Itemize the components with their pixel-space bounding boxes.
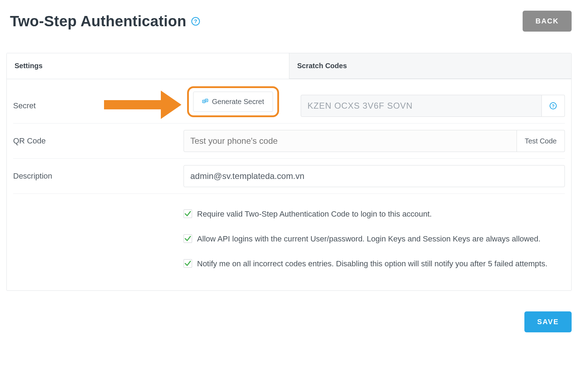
- check-icon: [184, 235, 192, 243]
- row-secret: Secret: [13, 88, 565, 124]
- label-secret: Secret: [13, 101, 184, 110]
- option-require-2fa-label: Require valid Two-Step Authentication Co…: [197, 208, 432, 220]
- checkbox-require-2fa[interactable]: [184, 209, 192, 218]
- option-allow-api: Allow API logins with the current User/p…: [184, 233, 540, 245]
- row-qr-code: QR Code Test Code: [13, 124, 565, 159]
- question-icon: ?: [550, 102, 557, 109]
- row-description: Description: [13, 159, 565, 194]
- label-qr-code: QR Code: [13, 136, 184, 146]
- secret-input[interactable]: [301, 95, 542, 117]
- tab-scratch-codes[interactable]: Scratch Codes: [289, 53, 571, 79]
- svg-point-3: [206, 100, 207, 101]
- footer: SAVE: [6, 291, 572, 332]
- dice-icon: [202, 98, 208, 105]
- tab-settings[interactable]: Settings: [7, 53, 289, 79]
- check-icon: [184, 210, 192, 218]
- secret-help-addon[interactable]: ?: [542, 95, 565, 117]
- back-button[interactable]: BACK: [523, 11, 572, 32]
- options-list: Require valid Two-Step Authentication Co…: [184, 200, 565, 270]
- qr-field-group: Test Code: [184, 130, 565, 152]
- page-root: Two-Step Authentication ? BACK Settings …: [0, 0, 578, 392]
- description-field-group: [184, 165, 565, 187]
- page-header: Two-Step Authentication ? BACK: [6, 11, 572, 32]
- qr-code-input[interactable]: [184, 130, 517, 152]
- generate-secret-callout: Generate Secret: [187, 86, 279, 117]
- secret-field-group: ?: [301, 95, 565, 117]
- test-code-button[interactable]: Test Code: [517, 130, 565, 152]
- check-icon: [184, 260, 192, 267]
- tab-bar: Settings Scratch Codes: [7, 53, 571, 79]
- title-wrap: Two-Step Authentication ?: [10, 13, 200, 30]
- page-title: Two-Step Authentication: [10, 13, 186, 30]
- label-description: Description: [13, 172, 184, 181]
- row-options: Require valid Two-Step Authentication Co…: [13, 194, 565, 276]
- checkbox-notify-incorrect[interactable]: [184, 259, 192, 268]
- option-notify-incorrect-label: Notify me on all incorrect codes entries…: [197, 258, 547, 270]
- help-icon[interactable]: ?: [191, 17, 200, 26]
- checkbox-allow-api[interactable]: [184, 234, 192, 243]
- option-notify-incorrect: Notify me on all incorrect codes entries…: [184, 258, 547, 270]
- svg-point-2: [204, 101, 205, 102]
- save-button[interactable]: SAVE: [524, 311, 572, 332]
- description-input[interactable]: [184, 165, 565, 187]
- generate-secret-label: Generate Secret: [212, 98, 264, 106]
- option-allow-api-label: Allow API logins with the current User/p…: [197, 233, 540, 245]
- generate-secret-button[interactable]: Generate Secret: [193, 92, 273, 112]
- option-require-2fa: Require valid Two-Step Authentication Co…: [184, 208, 432, 220]
- panel-body: Secret: [7, 79, 571, 290]
- settings-panel: Settings Scratch Codes Secret: [6, 53, 572, 291]
